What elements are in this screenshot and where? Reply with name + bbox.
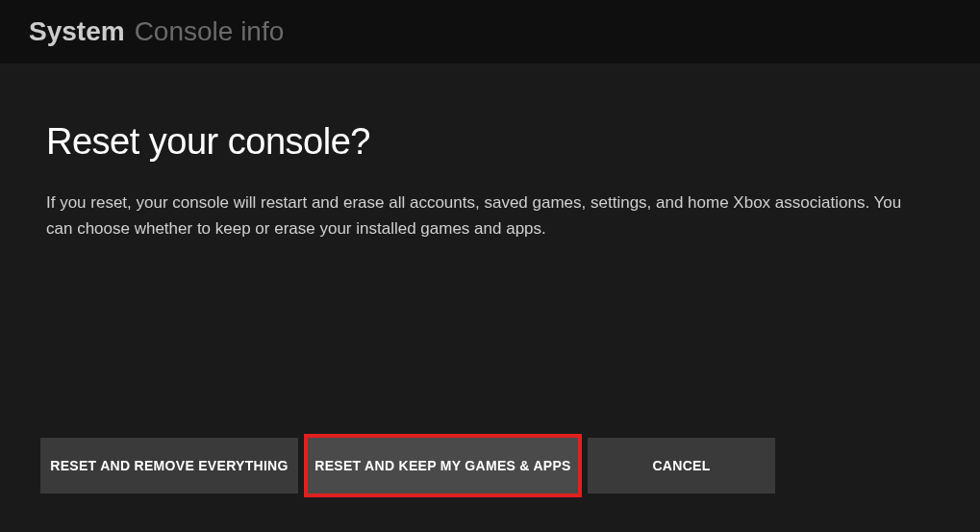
action-button-row: RESET AND REMOVE EVERYTHING RESET AND KE…	[40, 438, 775, 494]
reset-remove-everything-button[interactable]: RESET AND REMOVE EVERYTHING	[40, 438, 298, 494]
breadcrumb-header: System Console info	[0, 0, 980, 63]
reset-keep-games-apps-button[interactable]: RESET AND KEEP MY GAMES & APPS	[308, 438, 578, 494]
dialog-content: Reset your console? If you reset, your c…	[0, 63, 980, 241]
breadcrumb-primary: System	[29, 16, 125, 47]
cancel-button[interactable]: CANCEL	[588, 438, 775, 494]
dialog-title: Reset your console?	[46, 121, 934, 163]
breadcrumb-secondary: Console info	[135, 16, 285, 47]
dialog-description: If you reset, your console will restart …	[46, 190, 931, 241]
